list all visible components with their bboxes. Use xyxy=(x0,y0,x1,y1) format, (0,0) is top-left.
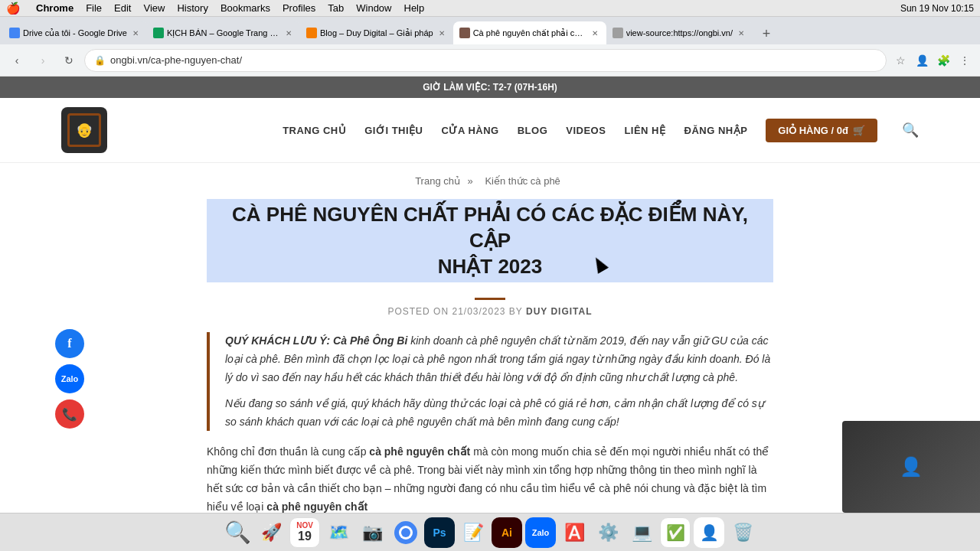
tab-favicon-source xyxy=(612,28,623,38)
cart-button[interactable]: GIỎ HÀNG / 0đ 🛒 xyxy=(766,119,877,142)
breadcrumb-current: Kiến thức cà phê xyxy=(485,175,560,187)
menu-icon[interactable]: ⋮ xyxy=(956,51,974,70)
tab-blog[interactable]: Blog – Duy Digital – Giải pháp ✕ xyxy=(300,21,453,44)
menu-window[interactable]: Window xyxy=(356,2,391,14)
star-icon[interactable]: ☆ xyxy=(891,51,910,70)
site-header: 👴 TRANG CHỦ GIỚI THIỆU CỬA HÀNG BLOG VID… xyxy=(0,98,980,163)
dock-notes[interactable]: 📝 xyxy=(458,517,488,548)
article-title: CÀ PHÊ NGUYÊN CHẤT PHẢI CÓ CÁC ĐẶC ĐIỂM … xyxy=(207,199,773,282)
facebook-button[interactable]: f xyxy=(55,329,84,358)
by-label: BY xyxy=(509,306,523,317)
menu-edit[interactable]: Edit xyxy=(114,2,131,14)
phone-icon: 📞 xyxy=(62,407,77,422)
zalo-icon: Zalo xyxy=(61,374,79,383)
menu-bookmarks[interactable]: Bookmarks xyxy=(220,2,270,14)
nav-cuahang[interactable]: CỬA HÀNG xyxy=(442,125,499,136)
dock-chrome[interactable] xyxy=(390,517,421,548)
menubar: 🍎 Chrome File Edit View History Bookmark… xyxy=(0,0,980,17)
url-text: ongbi.vn/ca-phe-nguyen-chat/ xyxy=(110,54,877,66)
tab-favicon-sheets xyxy=(153,28,164,38)
logo-icon: 👴 xyxy=(67,113,101,147)
tab-favicon-blog xyxy=(306,28,317,38)
menu-profiles[interactable]: Profiles xyxy=(283,2,315,14)
dock-illustrator[interactable]: Ai xyxy=(492,517,522,548)
menu-file[interactable]: File xyxy=(86,2,102,14)
article-body: QUÝ KHÁCH LƯU Ý: Cà Phê Ông Bi kinh doan… xyxy=(207,332,773,530)
nav-lienhe[interactable]: LIÊN HỆ xyxy=(624,125,665,136)
nav-blog[interactable]: BLOG xyxy=(518,125,548,136)
url-bar[interactable]: 🔒 ongbi.vn/ca-phe-nguyen-chat/ xyxy=(84,49,887,72)
menu-help[interactable]: Help xyxy=(404,2,425,14)
breadcrumb: Trang chủ » Kiến thức cà phê xyxy=(207,175,773,187)
dock-settings[interactable]: ⚙️ xyxy=(593,517,623,548)
dock-appstore[interactable]: 🅰️ xyxy=(559,517,590,548)
tab-source[interactable]: view-source:https://ongbi.vn/ ✕ xyxy=(606,21,753,44)
tab-title-source: view-source:https://ongbi.vn/ xyxy=(626,28,733,37)
dock-terminal[interactable]: 💻 xyxy=(626,517,657,548)
addressbar-actions: ☆ 👤 🧩 ⋮ xyxy=(891,51,974,70)
menu-history[interactable]: History xyxy=(177,2,207,14)
nav-videos[interactable]: VIDEOS xyxy=(566,125,606,136)
blockquote-highlight: QUÝ KHÁCH LƯU Ý: Cà Phê Ông Bi xyxy=(225,334,407,347)
title-line1: CÀ PHÊ NGUYÊN CHẤT PHẢI CÓ CÁC ĐẶC ĐIỂM … xyxy=(232,203,748,252)
breadcrumb-home[interactable]: Trang chủ xyxy=(415,175,460,187)
nav-gioithieu[interactable]: GIỚI THIỆU xyxy=(364,125,423,136)
extensions-icon[interactable]: 🧩 xyxy=(934,51,952,70)
site-logo[interactable]: 👴 xyxy=(61,107,107,153)
dock-zalo[interactable]: Zalo xyxy=(525,517,556,548)
menu-tab[interactable]: Tab xyxy=(328,2,344,14)
tab-close-source[interactable]: ✕ xyxy=(736,28,746,38)
tab-google-drive[interactable]: Drive của tôi - Google Drive ✕ xyxy=(3,21,147,44)
dock-launchpad[interactable]: 🚀 xyxy=(256,517,286,548)
article-p1: Không chỉ đơn thuần là cung cấp cà phê n… xyxy=(207,443,773,516)
menu-chrome[interactable]: Chrome xyxy=(36,2,74,14)
article-divider xyxy=(475,298,505,300)
dock-tasks[interactable]: ✅ xyxy=(660,517,691,548)
nav-trangchu[interactable]: TRANG CHỦ xyxy=(283,125,346,136)
dock-photos[interactable]: 📷 xyxy=(357,517,387,548)
p1-link[interactable]: cà phê nguyên chất xyxy=(369,445,470,458)
profile-icon[interactable]: 👤 xyxy=(913,51,931,70)
tab-close-sheets[interactable]: ✕ xyxy=(283,28,294,38)
dock-calendar[interactable]: NOV19 xyxy=(289,517,320,548)
addressbar: ‹ › ↻ 🔒 ongbi.vn/ca-phe-nguyen-chat/ ☆ 👤… xyxy=(0,44,980,77)
cart-icon: 🛒 xyxy=(853,125,865,136)
title-line2: NHẬT 2023 xyxy=(438,255,543,278)
dock-finder[interactable]: 🔍 xyxy=(222,517,253,548)
notice-text: GIỜ LÀM VIỆC: T2-7 (07H-16H) xyxy=(423,82,557,93)
menu-view[interactable]: View xyxy=(143,2,165,14)
menubar-time: Sun 19 Nov 10:15 xyxy=(900,3,974,14)
tab-close-blog[interactable]: ✕ xyxy=(436,28,447,38)
zalo-button[interactable]: Zalo xyxy=(55,364,84,393)
tab-favicon-caphe xyxy=(459,28,470,38)
dock-photoshop[interactable]: Ps xyxy=(424,517,455,548)
nav-dangnhap[interactable]: ĐĂNG NHẬP xyxy=(684,125,748,136)
refresh-button[interactable]: ↻ xyxy=(58,50,80,71)
forward-button[interactable]: › xyxy=(32,50,54,71)
phone-button[interactable]: 📞 xyxy=(55,399,84,429)
video-placeholder: 👤 xyxy=(842,421,980,513)
tabbar: Drive của tôi - Google Drive ✕ KỊCH BẢN … xyxy=(0,17,980,44)
p1-link2[interactable]: cà phê nguyên chất xyxy=(266,500,368,513)
cart-label: GIỎ HÀNG / 0đ xyxy=(778,125,848,136)
new-tab-button[interactable]: + xyxy=(756,23,777,44)
p1-start: Không chỉ đơn thuần là cung cấp xyxy=(207,445,369,458)
apple-menu[interactable]: 🍎 xyxy=(6,2,21,15)
tab-caphe[interactable]: Cà phê nguyên chất phải có c... ✕ xyxy=(453,21,606,44)
dock-maps[interactable]: 🗺️ xyxy=(323,517,354,548)
video-overlay[interactable]: 👤 xyxy=(842,421,980,513)
search-icon[interactable]: 🔍 xyxy=(902,122,919,139)
back-button[interactable]: ‹ xyxy=(6,50,28,71)
dock-trash[interactable]: 🗑️ xyxy=(727,517,758,548)
tab-sheets[interactable]: KỊCH BẢN – Google Trang tính ✕ xyxy=(147,21,300,44)
breadcrumb-separator: » xyxy=(468,175,473,187)
tab-close-drive[interactable]: ✕ xyxy=(130,28,141,38)
dock-contacts[interactable]: 👤 xyxy=(694,517,724,548)
article-date: 21/03/2023 xyxy=(452,306,505,317)
posted-on-label: POSTED ON xyxy=(387,306,449,317)
social-sidebar: f Zalo 📞 xyxy=(55,329,84,429)
tab-close-caphe[interactable]: ✕ xyxy=(590,28,600,38)
website-content: GIỜ LÀM VIỆC: T2-7 (07H-16H) 👴 TRANG CHỦ… xyxy=(0,77,980,530)
svg-point-2 xyxy=(401,528,410,537)
tab-title-drive: Drive của tôi - Google Drive xyxy=(23,28,127,38)
